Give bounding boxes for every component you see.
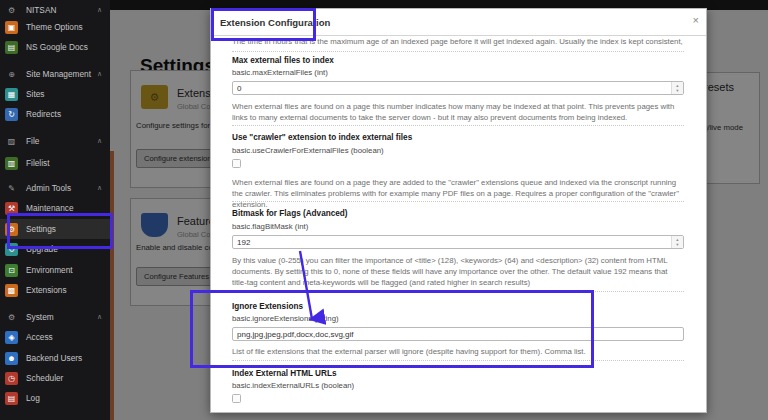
screen: ⚙NITSAN∧ ▣Theme Options ▤NS Google Docs …: [0, 0, 768, 420]
chevron-up-icon: ∧: [97, 313, 102, 321]
sidebar-item-label: Site Management: [26, 69, 91, 79]
field-label: Max external files to index: [232, 56, 334, 65]
sidebar-item-label: System: [26, 312, 54, 322]
field-key: basic.ignoreExtensions (string): [232, 314, 339, 323]
sidebar-item-upgrade[interactable]: ↻Upgrade: [0, 239, 110, 259]
globe-icon: ⊕: [5, 68, 18, 81]
field-key: basic.maxExternalFiles (int): [232, 68, 328, 77]
chevron-up-icon: ∧: [97, 6, 102, 14]
field-help: List of file extensions that the externa…: [232, 346, 684, 357]
extension-configuration-modal: Extension Configuration × The time in ho…: [210, 8, 707, 413]
field-help: When external files are found on a page …: [232, 101, 684, 123]
index-external-urls-checkbox[interactable]: [232, 394, 241, 403]
lock-icon: ◈: [5, 331, 18, 344]
filelist-icon: ▥: [5, 157, 18, 170]
sidebar-item-label: Access: [26, 332, 53, 342]
chevron-up-icon: ∧: [97, 137, 102, 145]
gear-icon: ⚙: [5, 4, 18, 17]
sidebar-item-label: Backend Users: [26, 353, 82, 363]
monitor-icon: ⊡: [5, 264, 18, 277]
close-icon[interactable]: ×: [693, 15, 699, 26]
sidebar-item-label: File: [26, 136, 39, 146]
sidebar-item-backend-users[interactable]: ☻Backend Users: [0, 348, 110, 368]
redirect-icon: ↻: [5, 108, 18, 121]
field-key: basic.indexExternalURLs (boolean): [232, 381, 354, 390]
sidebar-item-label: Extensions: [26, 285, 67, 295]
use-crawler-checkbox[interactable]: [232, 159, 241, 168]
divider: [232, 291, 684, 292]
modal-body: The time in hours that is the maximum ag…: [232, 35, 684, 412]
field-key: basic.flagBitMask (int): [232, 222, 308, 231]
sidebar-item-maintenance[interactable]: ⚒Maintenance: [0, 198, 110, 218]
log-icon: ▤: [5, 392, 18, 405]
sidebar-item-label: Theme Options: [26, 22, 83, 32]
sidebar-item-label: Upgrade: [26, 244, 58, 254]
sidebar-item-filelist[interactable]: ▥Filelist: [0, 153, 110, 173]
sidebar-item-label: Admin Tools: [26, 183, 71, 193]
sidebar-item-label: Settings: [26, 224, 56, 234]
sidebar-item-ns-google-docs[interactable]: ▤NS Google Docs: [0, 37, 110, 57]
cube-icon: ▣: [5, 21, 18, 34]
sidebar-item-log[interactable]: ▤Log: [0, 388, 110, 408]
flag-bitmask-input[interactable]: [232, 235, 684, 249]
sidebar-item-file[interactable]: ▨File∧: [0, 131, 110, 151]
sidebar-item-site-management[interactable]: ⊕Site Management∧: [0, 64, 110, 84]
number-stepper[interactable]: ▴▾: [671, 82, 683, 94]
sidebar-item-access[interactable]: ◈Access: [0, 327, 110, 347]
divider: [232, 360, 684, 361]
sidebar-scrollbar[interactable]: [110, 151, 114, 420]
divider: [232, 51, 684, 52]
sidebar-item-scheduler[interactable]: ◷Scheduler: [0, 368, 110, 388]
user-icon: ☻: [5, 352, 18, 365]
sidebar-item-label: Environment: [26, 265, 73, 275]
sidebar-item-admin-tools[interactable]: ✎Admin Tools∧: [0, 178, 110, 198]
modal-header: Extension Configuration ×: [211, 9, 706, 36]
sidebar-item-environment[interactable]: ⊡Environment: [0, 260, 110, 280]
field-key: basic.useCrawlerForExternalFiles (boolea…: [232, 146, 384, 155]
gear-icon: ⚙: [5, 223, 18, 236]
gear-icon: ⚙: [5, 311, 18, 324]
sidebar-item-extensions[interactable]: ▩Extensions: [0, 280, 110, 300]
sidebar-item-label: NITSAN: [26, 5, 56, 15]
sidebar-item-sites[interactable]: ▦Sites: [0, 84, 110, 104]
sidebar-item-label: Filelist: [26, 158, 50, 168]
sidebar-item-label: NS Google Docs: [26, 42, 88, 52]
divider: [232, 201, 684, 202]
tools-icon: ✎: [5, 182, 18, 195]
sidebar-item-label: Maintenance: [26, 203, 74, 213]
field-label: Ignore Extensions: [232, 302, 303, 311]
sidebar-item-settings[interactable]: ⚙Settings: [0, 219, 110, 239]
image-icon: ▨: [5, 135, 18, 148]
chevron-up-icon: ∧: [97, 70, 102, 78]
field-label: Bitmask for Flags (Advanced): [232, 209, 348, 218]
divider: [232, 125, 684, 126]
sidebar-item-redirects[interactable]: ↻Redirects: [0, 104, 110, 124]
docs-icon: ▤: [5, 41, 18, 54]
field-help: When external files are found on a page …: [232, 177, 684, 210]
puzzle-icon: ▩: [5, 284, 18, 297]
wrench-icon: ⚒: [5, 202, 18, 215]
sidebar-item-label: Sites: [26, 89, 44, 99]
field-help: By this value (0-255) you can filter the…: [232, 255, 684, 288]
refresh-icon: ↻: [5, 243, 18, 256]
max-external-files-input[interactable]: [232, 81, 684, 95]
clock-icon: ◷: [5, 372, 18, 385]
number-stepper[interactable]: ▴▾: [671, 236, 683, 248]
sidebar-item-system[interactable]: ⚙System∧: [0, 307, 110, 327]
field-label: Index External HTML URLs: [232, 369, 337, 378]
field-label: Use "crawler" extension to index externa…: [232, 133, 412, 142]
sidebar-item-theme-options[interactable]: ▣Theme Options: [0, 17, 110, 37]
chevron-up-icon: ∧: [97, 184, 102, 192]
sites-icon: ▦: [5, 88, 18, 101]
module-sidebar: ⚙NITSAN∧ ▣Theme Options ▤NS Google Docs …: [0, 0, 110, 420]
sidebar-item-label: Redirects: [26, 109, 61, 119]
modal-title: Extension Configuration: [220, 17, 330, 28]
field-help: The time in hours that is the maximum ag…: [232, 36, 684, 47]
sidebar-item-label: Scheduler: [26, 373, 63, 383]
sidebar-item-label: Log: [26, 393, 40, 403]
ignore-extensions-input[interactable]: [232, 327, 684, 341]
